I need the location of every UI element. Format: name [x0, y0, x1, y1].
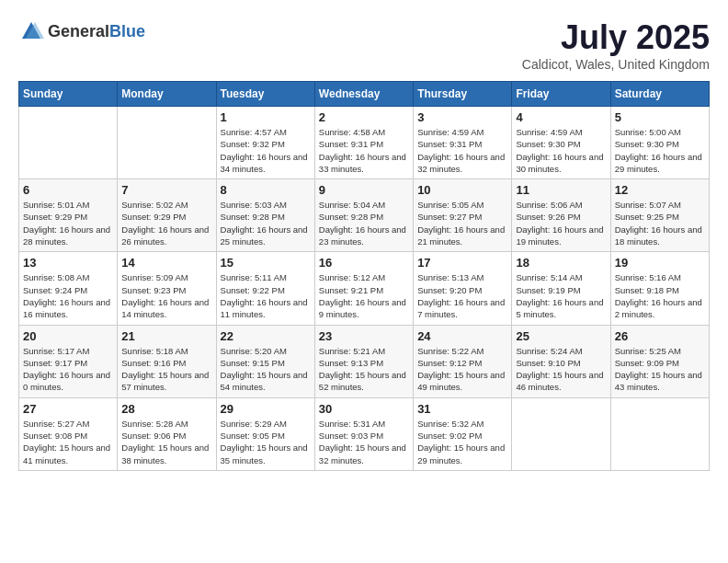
day-number: 12 [615, 183, 705, 197]
day-number: 8 [221, 183, 311, 197]
logo-icon [18, 18, 44, 44]
day-info: Sunrise: 5:24 AM Sunset: 9:10 PM Dayligh… [516, 345, 606, 394]
day-cell: 29Sunrise: 5:29 AM Sunset: 9:05 PM Dayli… [216, 397, 314, 470]
day-cell: 10Sunrise: 5:05 AM Sunset: 9:27 PM Dayli… [414, 179, 512, 252]
day-number: 14 [121, 256, 211, 270]
title-area: July 2025 Caldicot, Wales, United Kingdo… [522, 18, 710, 72]
day-cell: 14Sunrise: 5:09 AM Sunset: 9:23 PM Dayli… [118, 252, 216, 325]
day-number: 18 [516, 256, 606, 270]
day-info: Sunrise: 5:02 AM Sunset: 9:29 PM Dayligh… [121, 199, 211, 247]
day-info: Sunrise: 5:17 AM Sunset: 9:17 PM Dayligh… [23, 345, 113, 394]
day-number: 6 [23, 183, 113, 197]
day-number: 23 [319, 329, 409, 343]
day-info: Sunrise: 5:12 AM Sunset: 9:21 PM Dayligh… [319, 271, 409, 320]
day-number: 19 [615, 256, 705, 270]
day-number: 16 [319, 256, 409, 270]
day-cell: 30Sunrise: 5:31 AM Sunset: 9:03 PM Dayli… [314, 397, 413, 470]
day-cell [610, 397, 709, 470]
day-info: Sunrise: 5:21 AM Sunset: 9:13 PM Dayligh… [319, 345, 409, 394]
day-info: Sunrise: 5:32 AM Sunset: 9:02 PM Dayligh… [417, 418, 507, 466]
day-cell: 9Sunrise: 5:04 AM Sunset: 9:28 PM Daylig… [314, 179, 413, 252]
day-number: 21 [121, 329, 211, 343]
day-number: 17 [417, 256, 507, 270]
day-number: 24 [417, 329, 507, 343]
day-cell: 6Sunrise: 5:01 AM Sunset: 9:29 PM Daylig… [19, 179, 118, 252]
day-info: Sunrise: 4:57 AM Sunset: 9:32 PM Dayligh… [221, 126, 311, 175]
day-cell: 7Sunrise: 5:02 AM Sunset: 9:29 PM Daylig… [118, 179, 216, 252]
day-info: Sunrise: 5:20 AM Sunset: 9:15 PM Dayligh… [221, 345, 311, 394]
day-info: Sunrise: 5:00 AM Sunset: 9:30 PM Dayligh… [615, 126, 705, 175]
day-number: 27 [23, 402, 113, 416]
day-number: 13 [23, 256, 113, 270]
day-cell: 27Sunrise: 5:27 AM Sunset: 9:08 PM Dayli… [19, 397, 118, 470]
week-row-4: 20Sunrise: 5:17 AM Sunset: 9:17 PM Dayli… [19, 325, 710, 397]
day-number: 9 [319, 183, 409, 197]
day-info: Sunrise: 5:27 AM Sunset: 9:08 PM Dayligh… [23, 418, 113, 466]
day-cell: 17Sunrise: 5:13 AM Sunset: 9:20 PM Dayli… [414, 252, 512, 325]
day-info: Sunrise: 4:59 AM Sunset: 9:31 PM Dayligh… [417, 126, 507, 175]
day-number: 3 [417, 110, 507, 124]
day-info: Sunrise: 5:31 AM Sunset: 9:03 PM Dayligh… [319, 418, 409, 466]
day-info: Sunrise: 5:05 AM Sunset: 9:27 PM Dayligh… [417, 199, 507, 247]
day-info: Sunrise: 5:13 AM Sunset: 9:20 PM Dayligh… [417, 271, 507, 320]
day-cell: 13Sunrise: 5:08 AM Sunset: 9:24 PM Dayli… [19, 252, 118, 325]
day-cell: 11Sunrise: 5:06 AM Sunset: 9:26 PM Dayli… [512, 179, 610, 252]
day-info: Sunrise: 5:04 AM Sunset: 9:28 PM Dayligh… [319, 199, 409, 247]
day-cell [512, 397, 610, 470]
week-row-3: 13Sunrise: 5:08 AM Sunset: 9:24 PM Dayli… [19, 252, 710, 325]
day-cell: 2Sunrise: 4:58 AM Sunset: 9:31 PM Daylig… [314, 107, 413, 179]
day-cell: 20Sunrise: 5:17 AM Sunset: 9:17 PM Dayli… [19, 325, 118, 397]
day-info: Sunrise: 4:58 AM Sunset: 9:31 PM Dayligh… [319, 126, 409, 175]
day-cell: 12Sunrise: 5:07 AM Sunset: 9:25 PM Dayli… [610, 179, 709, 252]
day-cell: 4Sunrise: 4:59 AM Sunset: 9:30 PM Daylig… [512, 107, 610, 179]
day-number: 4 [516, 110, 606, 124]
day-cell: 26Sunrise: 5:25 AM Sunset: 9:09 PM Dayli… [610, 325, 709, 397]
day-info: Sunrise: 5:07 AM Sunset: 9:25 PM Dayligh… [615, 199, 705, 247]
day-cell: 23Sunrise: 5:21 AM Sunset: 9:13 PM Dayli… [314, 325, 413, 397]
day-cell: 31Sunrise: 5:32 AM Sunset: 9:02 PM Dayli… [414, 397, 512, 470]
day-cell: 19Sunrise: 5:16 AM Sunset: 9:18 PM Dayli… [610, 252, 709, 325]
day-info: Sunrise: 5:01 AM Sunset: 9:29 PM Dayligh… [23, 199, 113, 247]
day-number: 1 [221, 110, 311, 124]
day-number: 11 [516, 183, 606, 197]
header-thursday: Thursday [414, 82, 512, 107]
day-cell: 8Sunrise: 5:03 AM Sunset: 9:28 PM Daylig… [216, 179, 314, 252]
day-info: Sunrise: 5:28 AM Sunset: 9:06 PM Dayligh… [121, 418, 211, 466]
day-cell: 15Sunrise: 5:11 AM Sunset: 9:22 PM Dayli… [216, 252, 314, 325]
month-title: July 2025 [522, 18, 710, 57]
day-number: 20 [23, 329, 113, 343]
day-info: Sunrise: 5:14 AM Sunset: 9:19 PM Dayligh… [516, 271, 606, 320]
day-info: Sunrise: 5:03 AM Sunset: 9:28 PM Dayligh… [221, 199, 311, 247]
week-row-5: 27Sunrise: 5:27 AM Sunset: 9:08 PM Dayli… [19, 397, 710, 470]
header-row: SundayMondayTuesdayWednesdayThursdayFrid… [19, 82, 710, 107]
day-info: Sunrise: 5:16 AM Sunset: 9:18 PM Dayligh… [615, 271, 705, 320]
header: GeneralBlue July 2025 Caldicot, Wales, U… [18, 18, 710, 72]
day-cell [118, 107, 216, 179]
day-info: Sunrise: 5:06 AM Sunset: 9:26 PM Dayligh… [516, 199, 606, 247]
day-cell: 1Sunrise: 4:57 AM Sunset: 9:32 PM Daylig… [216, 107, 314, 179]
day-info: Sunrise: 5:22 AM Sunset: 9:12 PM Dayligh… [417, 345, 507, 394]
day-cell: 25Sunrise: 5:24 AM Sunset: 9:10 PM Dayli… [512, 325, 610, 397]
logo-general: General [48, 22, 109, 40]
day-number: 25 [516, 329, 606, 343]
day-number: 31 [417, 402, 507, 416]
day-cell: 18Sunrise: 5:14 AM Sunset: 9:19 PM Dayli… [512, 252, 610, 325]
header-friday: Friday [512, 82, 610, 107]
week-row-2: 6Sunrise: 5:01 AM Sunset: 9:29 PM Daylig… [19, 179, 710, 252]
day-cell: 16Sunrise: 5:12 AM Sunset: 9:21 PM Dayli… [314, 252, 413, 325]
day-number: 26 [615, 329, 705, 343]
day-number: 22 [221, 329, 311, 343]
day-info: Sunrise: 5:08 AM Sunset: 9:24 PM Dayligh… [23, 271, 113, 320]
header-saturday: Saturday [610, 82, 709, 107]
logo-blue: Blue [109, 22, 145, 40]
day-number: 5 [615, 110, 705, 124]
header-sunday: Sunday [19, 82, 118, 107]
day-cell [19, 107, 118, 179]
day-cell: 22Sunrise: 5:20 AM Sunset: 9:15 PM Dayli… [216, 325, 314, 397]
day-number: 7 [121, 183, 211, 197]
header-monday: Monday [118, 82, 216, 107]
day-number: 30 [319, 402, 409, 416]
day-info: Sunrise: 5:18 AM Sunset: 9:16 PM Dayligh… [121, 345, 211, 394]
day-info: Sunrise: 5:25 AM Sunset: 9:09 PM Dayligh… [615, 345, 705, 394]
day-number: 2 [319, 110, 409, 124]
